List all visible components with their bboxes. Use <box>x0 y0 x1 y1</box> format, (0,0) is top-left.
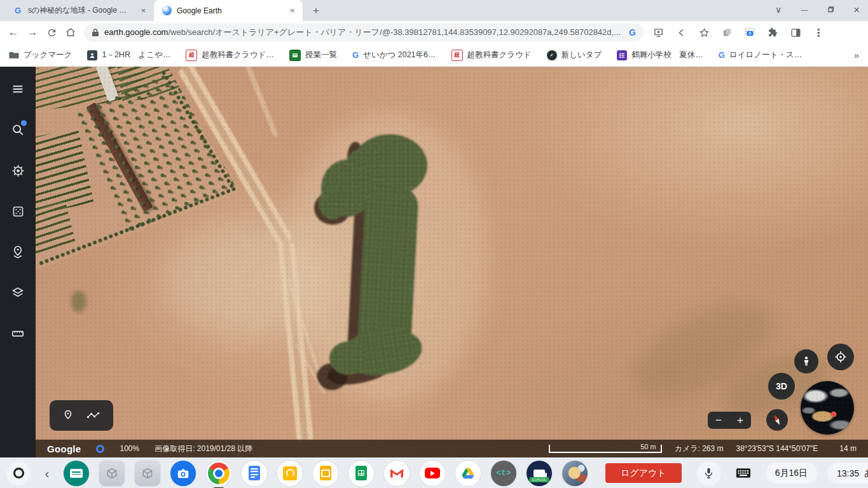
tab-strip: G sの神秘的な地球 - Google 検索 × Google Earth × … <box>0 0 868 21</box>
app-avatar[interactable] <box>562 461 588 486</box>
satellite-map-viewport[interactable]: − + 3D Google 100% 画像取得日: 2019/01/28 以 <box>36 67 868 457</box>
new-tab-button[interactable]: + <box>308 3 324 19</box>
textbook-favicon-icon: 超 <box>186 50 197 61</box>
compass-button[interactable] <box>766 409 788 431</box>
launcher-icon <box>13 468 24 478</box>
folder-icon <box>9 51 19 59</box>
newtab-favicon-icon <box>547 50 557 60</box>
scale-label: 50 m <box>640 443 656 450</box>
bookmark-item[interactable]: 新しいタブ <box>547 50 602 60</box>
dictation-mic-button[interactable] <box>697 461 721 485</box>
threed-label: 3D <box>776 381 787 391</box>
tab-search-icon[interactable]: ∨ <box>773 4 783 15</box>
google-watermark: Google <box>47 443 81 454</box>
close-tab-icon[interactable]: × <box>287 5 298 16</box>
globe-overview-button[interactable] <box>801 381 854 435</box>
app-google-sheets[interactable] <box>348 461 374 486</box>
search-icon[interactable] <box>5 117 31 143</box>
restore-window-icon[interactable] <box>825 4 836 15</box>
placemark-pin-icon[interactable] <box>5 239 31 265</box>
feeling-lucky-dice-icon[interactable] <box>5 199 31 224</box>
launcher-button[interactable] <box>6 461 31 485</box>
bookmark-item[interactable]: ブックマーク <box>9 50 72 60</box>
google-g-icon[interactable]: G <box>629 28 636 37</box>
logout-button[interactable]: ログアウト <box>605 463 682 483</box>
add-placemark-icon[interactable] <box>62 409 74 422</box>
app-google-slides[interactable] <box>313 461 338 486</box>
screenshot-extension-icon[interactable] <box>741 24 758 41</box>
share-icon[interactable] <box>673 24 689 41</box>
app-chrome[interactable] <box>206 461 231 486</box>
search-notification-dot <box>21 120 27 126</box>
browser-toolbar: ← → earth.google.com/web/search/オーストラリア+… <box>0 21 868 44</box>
window-controls: ∨ — × <box>773 0 862 19</box>
menu-icon[interactable] <box>5 76 31 102</box>
lock-icon[interactable] <box>92 28 99 37</box>
school-badge: SCHOOL <box>530 477 549 482</box>
status-tray[interactable]: 13:35 あ <box>827 463 868 484</box>
home-icon[interactable] <box>61 23 80 42</box>
extension-notes-icon[interactable] <box>719 24 735 41</box>
shelf-back-icon[interactable]: ‹ <box>41 466 53 481</box>
install-app-icon[interactable] <box>650 24 666 41</box>
app-camera[interactable] <box>170 461 196 486</box>
app-gmail[interactable] <box>384 461 410 486</box>
toggle-3d-button[interactable]: 3D <box>768 373 795 400</box>
bookmark-label: 超教科書クラウド <box>467 50 532 60</box>
draw-path-icon[interactable] <box>86 409 101 422</box>
chromeos-shelf: ‹ <t> SCHOOL ログアウト <box>0 457 868 488</box>
bookmark-item[interactable]: 授業一覧 <box>289 50 337 61</box>
layers-icon[interactable] <box>5 280 31 305</box>
bookmark-item[interactable]: G せいかつ 2021年6… <box>352 50 436 60</box>
minimize-window-icon[interactable]: — <box>799 4 809 15</box>
bookmark-item[interactable]: 1－2HR よこや… <box>87 50 170 60</box>
extensions-puzzle-icon[interactable] <box>764 24 781 41</box>
zoom-out-button[interactable]: − <box>708 412 729 429</box>
bookmarks-overflow-chevron[interactable]: » <box>854 50 859 60</box>
app-school[interactable]: SCHOOL <box>527 461 552 486</box>
voyager-wheel-icon[interactable] <box>5 158 31 183</box>
google-earth-app: − + 3D Google 100% 画像取得日: 2019/01/28 以 <box>0 67 868 457</box>
coordinates: 38°23'53"S 144°50'07"E <box>736 444 818 453</box>
earth-favicon-icon <box>162 6 172 16</box>
bookmark-item[interactable]: 超 超教科書クラウド <box>451 50 532 61</box>
google-favicon-icon: G <box>719 51 725 59</box>
my-location-button[interactable] <box>827 344 854 370</box>
virtual-keyboard-button[interactable] <box>731 461 755 485</box>
app-text-editor[interactable]: <t> <box>491 461 516 486</box>
app-youtube[interactable] <box>420 461 445 486</box>
bookmark-item[interactable]: 超 超教科書クラウド… <box>186 50 274 61</box>
side-panel-icon[interactable] <box>787 24 804 41</box>
tab-google-earth[interactable]: Google Earth × <box>154 0 303 21</box>
app-google-drive[interactable] <box>455 461 481 486</box>
text-app-glyph: <t> <box>496 468 511 478</box>
bookmark-star-icon[interactable] <box>696 24 712 41</box>
bookmark-item[interactable]: G ロイロノート・ス… <box>719 50 802 60</box>
measure-ruler-icon[interactable] <box>5 321 31 346</box>
app-linux-container[interactable] <box>99 461 125 486</box>
pegman-streetview-button[interactable] <box>794 349 818 373</box>
app-google-docs[interactable] <box>242 461 267 486</box>
app-linux-container[interactable] <box>135 461 160 486</box>
bookmark-label: 新しいタブ <box>561 50 602 60</box>
app-google-keep[interactable] <box>277 461 303 486</box>
bookmark-item[interactable]: 鶴舞小学校 夏休… <box>617 50 703 60</box>
app-class-cards[interactable] <box>64 461 89 486</box>
tab-google-search[interactable]: G sの神秘的な地球 - Google 検索 × <box>5 0 154 21</box>
tab-title: Google Earth <box>177 6 282 15</box>
earth-status-bar: Google 100% 画像取得日: 2019/01/28 以降 50 m カメ… <box>36 440 868 457</box>
bookmark-label: 超教科書クラウド… <box>202 50 274 60</box>
date-pill[interactable]: 6月16日 <box>766 463 817 484</box>
earth-sidebar <box>0 67 36 457</box>
close-window-icon[interactable]: × <box>851 4 862 15</box>
browser-menu-icon[interactable]: ⋮ <box>810 24 827 41</box>
close-tab-icon[interactable]: × <box>138 5 149 16</box>
back-icon[interactable]: ← <box>4 23 23 42</box>
zoom-in-button[interactable]: + <box>729 412 751 429</box>
clock-label: 13:35 <box>837 468 859 478</box>
date-label: 6月16日 <box>775 468 808 479</box>
ime-indicator: あ <box>864 468 868 479</box>
address-bar[interactable]: earth.google.com/web/search/オーストラリア+グレート… <box>84 24 644 41</box>
reload-icon[interactable] <box>42 23 61 42</box>
forward-icon[interactable]: → <box>23 23 42 42</box>
